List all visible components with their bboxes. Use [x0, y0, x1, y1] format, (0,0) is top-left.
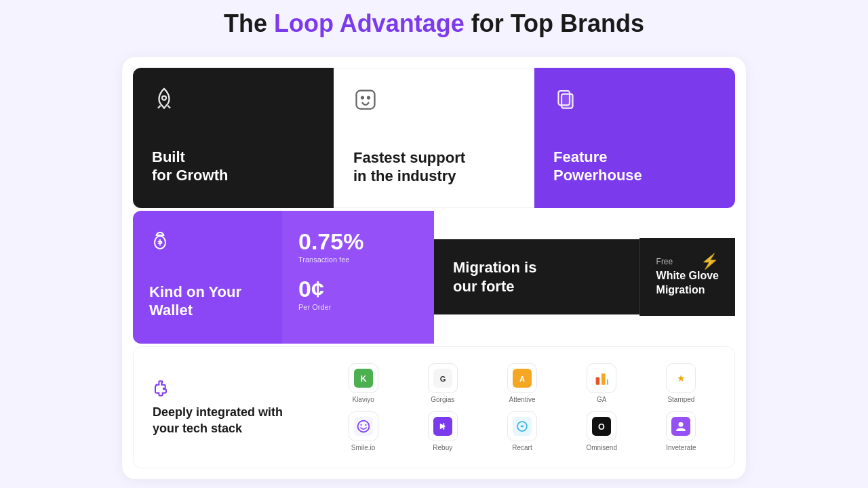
migration-cell: Migration isour forte ⚡ Free White Glove… — [434, 211, 735, 344]
integration-label: Gorgias — [431, 396, 454, 403]
page-wrapper: The Loop Advantage for Top Brands Builtf… — [0, 0, 868, 488]
integration-label: Recart — [512, 444, 532, 451]
heading-accent: Loop Advantage — [274, 9, 465, 37]
integrations-left: Deeply integrated with your tech stack — [153, 378, 302, 436]
built-for-growth-title: Builtfor Growth — [152, 148, 315, 185]
svg-text:★: ★ — [677, 372, 686, 383]
svg-text:K: K — [360, 373, 366, 383]
integration-label: Attentive — [509, 396, 536, 403]
svg-rect-5 — [561, 94, 573, 108]
svg-point-22 — [365, 424, 366, 425]
integration-item[interactable]: Rebuy — [408, 411, 477, 451]
migration-left: Migration isour forte — [434, 239, 639, 314]
migration-title: Migration isour forte — [453, 258, 620, 296]
wallet-left: Kind on YourWallet — [133, 211, 282, 344]
integration-label: Omnisend — [586, 444, 617, 451]
fastest-support-cell: Fastest supportin the industry — [334, 68, 534, 208]
wallet-title: Kind on YourWallet — [149, 283, 266, 320]
top-row: Builtfor Growth Fastest supportin the in… — [133, 68, 735, 208]
integration-label: Rebuy — [433, 444, 452, 451]
feature-powerhouse-cell: FeaturePowerhouse — [534, 68, 735, 208]
heading-prefix: The — [224, 9, 274, 37]
integration-label: GA — [597, 396, 606, 403]
integrations-grid: KKlaviyoGGorgiasAAttentiveGA★StampedSmil… — [329, 363, 715, 451]
integration-title: Deeply integrated with your tech stack — [153, 405, 302, 436]
integration-item[interactable]: Recart — [488, 411, 556, 451]
wallet-stats: 0.75% Transaction fee 0¢ Per Order — [282, 211, 434, 344]
ga-icon — [587, 363, 616, 393]
money-bag-icon — [149, 230, 171, 251]
per-order-value: 0¢ — [298, 277, 418, 300]
heading-suffix: for Top Brands — [465, 9, 644, 37]
klaviyo-icon: K — [349, 363, 378, 393]
svg-rect-16 — [608, 379, 608, 384]
integration-label: Inveterate — [666, 444, 696, 451]
svg-point-21 — [360, 424, 361, 425]
recart-icon — [507, 411, 537, 441]
integration-item[interactable]: ★Stamped — [647, 363, 715, 403]
puzzle-icon — [153, 378, 174, 399]
transaction-fee-label: Transaction fee — [298, 256, 418, 264]
integration-label: Klaviyo — [352, 396, 374, 403]
bottom-row: Deeply integrated with your tech stack K… — [133, 346, 735, 468]
migration-right: ⚡ Free White GloveMigration — [639, 238, 735, 317]
migration-service-label: White GloveMigration — [656, 269, 719, 298]
integration-item[interactable]: GA — [568, 363, 636, 403]
integration-label: Stamped — [667, 396, 694, 403]
svg-point-3 — [368, 96, 370, 98]
omnisend-icon: O — [587, 411, 616, 441]
stamped-icon: ★ — [666, 363, 696, 393]
svg-point-29 — [679, 422, 684, 426]
integration-item[interactable]: Inveterate — [647, 411, 715, 451]
wallet-cell: Kind on YourWallet 0.75% Transaction fee… — [133, 211, 434, 344]
rebuy-icon — [428, 411, 458, 441]
integration-item[interactable]: KKlaviyo — [329, 363, 397, 403]
fastest-support-title: Fastest supportin the industry — [353, 148, 515, 186]
svg-rect-1 — [357, 90, 375, 108]
feature-powerhouse-title: FeaturePowerhouse — [553, 148, 716, 185]
integration-item[interactable]: Smile.io — [329, 411, 397, 451]
attentive-icon: A — [507, 363, 537, 393]
svg-point-2 — [361, 96, 363, 98]
smile.io-icon — [349, 411, 378, 441]
layers-icon — [553, 87, 578, 111]
transaction-fee-value: 0.75% — [298, 230, 418, 253]
integration-label: Smile.io — [351, 444, 376, 451]
svg-rect-19 — [354, 417, 373, 436]
migration-free-label: Free — [656, 257, 719, 266]
advantage-card: Builtfor Growth Fastest supportin the in… — [122, 57, 746, 479]
rocket-icon — [152, 87, 176, 111]
per-order-label: Per Order — [298, 303, 418, 311]
integration-item[interactable]: OOmnisend — [568, 411, 636, 451]
built-for-growth-cell: Builtfor Growth — [133, 68, 334, 208]
svg-text:O: O — [598, 422, 605, 431]
inveterate-icon — [666, 411, 696, 441]
main-heading: The Loop Advantage for Top Brands — [224, 9, 644, 38]
svg-text:G: G — [439, 374, 446, 382]
gorgias-icon: G — [428, 363, 458, 393]
middle-row: Kind on YourWallet 0.75% Transaction fee… — [133, 211, 735, 344]
integration-item[interactable]: AAttentive — [488, 363, 556, 403]
smile-icon — [353, 87, 378, 112]
svg-point-0 — [162, 96, 166, 100]
svg-rect-14 — [596, 377, 600, 384]
svg-text:A: A — [519, 374, 525, 382]
svg-rect-15 — [601, 373, 606, 385]
integration-item[interactable]: GGorgias — [408, 363, 477, 403]
integrations-cell: Deeply integrated with your tech stack K… — [133, 346, 735, 468]
